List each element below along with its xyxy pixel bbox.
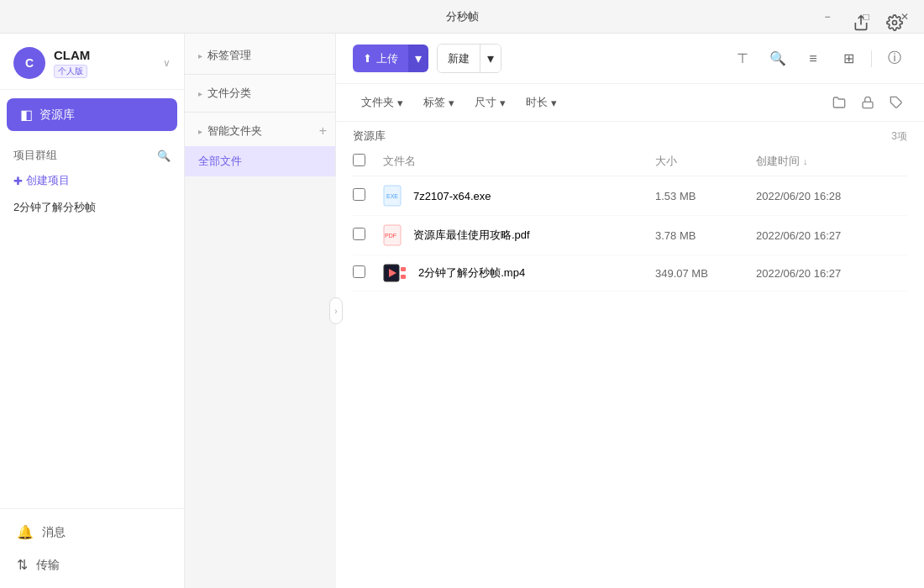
header-size: 大小	[655, 154, 756, 169]
svg-rect-10	[401, 275, 406, 279]
sidebar-bottom: 🔔 消息 ⇅ 传输	[0, 508, 184, 588]
header-date-label: 创建时间	[756, 154, 800, 169]
sidebar-spacer	[0, 222, 184, 508]
header-date: 创建时间 ↓	[756, 154, 907, 169]
filter-size-chevron: ▾	[500, 97, 506, 109]
second-sidebar-smart-folder[interactable]: ▸ 智能文件夹 +	[185, 116, 335, 146]
all-files-label: 全部文件	[198, 154, 242, 169]
breadcrumb: 资源库	[353, 129, 386, 144]
share-icon-btn[interactable]	[848, 34, 874, 35]
item-count: 3项	[891, 129, 907, 144]
project-group-label: 项目群组	[13, 148, 57, 163]
file-name-col-2: PDF 资源库最佳使用攻略.pdf	[383, 224, 655, 246]
collapse-handle[interactable]: ›	[329, 297, 343, 324]
filter-tag-label: 标签	[423, 95, 445, 110]
file-size-1: 1.53 MB	[655, 190, 756, 202]
filter-bar: 文件夹 ▾ 标签 ▾ 尺寸 ▾ 时长 ▾	[336, 84, 924, 122]
new-button[interactable]: 新建	[438, 45, 480, 72]
grid-view-btn[interactable]: ⊞	[836, 46, 861, 71]
second-sidebar-all-files[interactable]: 全部文件	[185, 146, 335, 176]
file-icon-pdf: PDF	[383, 224, 402, 246]
table-row[interactable]: 2分钟了解分秒帧.mp4 349.07 MB 2022/06/20 16:27	[353, 255, 907, 291]
move-folder-icon[interactable]	[828, 92, 850, 113]
filter-tag-chevron: ▾	[449, 97, 454, 109]
sort-btn[interactable]: ≡	[801, 46, 826, 71]
user-info: CLAM 个人版	[54, 48, 163, 78]
table-row[interactable]: EXE 7z2107-x64.exe 1.53 MB 2022/06/20 16…	[353, 176, 907, 216]
upload-button-group: ⬆ 上传 ▾	[353, 45, 428, 72]
resource-icon: ◧	[20, 107, 33, 123]
messages-label: 消息	[42, 525, 66, 540]
table-row[interactable]: PDF 资源库最佳使用攻略.pdf 3.78 MB 2022/06/20 16:…	[353, 216, 907, 255]
tri-icon: ▸	[198, 51, 202, 60]
info-btn[interactable]: ⓘ	[882, 46, 907, 71]
tag-management-label: 标签管理	[207, 48, 251, 63]
filter-size-label: 尺寸	[475, 95, 496, 110]
file-checkbox-2[interactable]	[353, 228, 365, 240]
upload-dropdown-button[interactable]: ▾	[408, 45, 428, 72]
file-icon-exe: EXE	[383, 185, 402, 207]
settings-icon-btn[interactable]	[882, 34, 907, 35]
toolbar-separator	[871, 50, 872, 67]
second-sidebar-file-category[interactable]: ▸ 文件分类	[185, 78, 335, 108]
upload-label: 上传	[376, 51, 398, 66]
user-header[interactable]: C CLAM 个人版 ∨	[0, 34, 184, 90]
create-project-button[interactable]: ✚ 创建项目	[0, 168, 184, 193]
row-check-2	[353, 228, 383, 243]
sidebar-item-resource-label: 资源库	[39, 108, 75, 123]
new-dropdown-button[interactable]: ▾	[480, 45, 501, 72]
sidebar-item-resource[interactable]: ◧ 资源库	[7, 98, 177, 131]
minimize-button[interactable]: −	[808, 0, 847, 34]
project-group-header: 项目群组 🔍	[0, 139, 184, 168]
nav-section: ◧ 资源库	[0, 90, 184, 139]
smart-folder-label: 智能文件夹	[207, 123, 262, 139]
filter-tag[interactable]: 标签 ▾	[415, 91, 463, 114]
svg-text:PDF: PDF	[385, 233, 396, 239]
user-badge: 个人版	[54, 65, 87, 78]
upload-icon: ⬆	[363, 52, 372, 65]
file-date-3: 2022/06/20 16:27	[756, 267, 907, 280]
file-date-2: 2022/06/20 16:27	[756, 229, 907, 242]
transfer-icon: ⇅	[17, 557, 28, 573]
bell-icon: 🔔	[17, 524, 34, 540]
filter-folder-label: 文件夹	[361, 95, 394, 110]
sidebar-item-transfer[interactable]: ⇅ 传输	[0, 549, 184, 581]
toolbar: ⬆ 上传 ▾ 新建 ▾ ⊤	[336, 34, 924, 84]
filter-duration-chevron: ▾	[551, 97, 557, 109]
file-category-label: 文件分类	[207, 86, 251, 101]
file-name-2: 资源库最佳使用攻略.pdf	[413, 228, 530, 243]
divider2	[185, 112, 335, 113]
create-project-label: 创建项目	[26, 173, 70, 188]
lock-icon[interactable]	[857, 92, 879, 113]
svg-text:EXE: EXE	[386, 193, 398, 199]
tri-icon: ▸	[198, 89, 202, 98]
sort-icon: ≡	[809, 51, 816, 66]
file-icon-video	[383, 264, 407, 282]
search-icon[interactable]: 🔍	[157, 150, 171, 162]
file-checkbox-1[interactable]	[353, 188, 365, 201]
plus-icon: ✚	[13, 175, 23, 187]
project-item[interactable]: 2分钟了解分秒帧	[0, 193, 184, 222]
app-container: C CLAM 个人版 ∨ ◧ 资源库 项目群组 🔍 ✚ 创建项目 2分钟了解分秒…	[0, 34, 924, 588]
row-check-3	[353, 265, 383, 281]
second-sidebar-tag-management[interactable]: ▸ 标签管理	[185, 40, 335, 71]
svg-rect-9	[401, 267, 406, 271]
user-name: CLAM	[54, 48, 163, 62]
filter-icon-btn[interactable]: ⊤	[730, 46, 755, 71]
upload-button[interactable]: ⬆ 上传	[353, 45, 408, 72]
select-all-checkbox[interactable]	[353, 154, 365, 166]
sort-asc-icon[interactable]: ↓	[803, 156, 808, 166]
file-checkbox-3[interactable]	[353, 265, 365, 278]
smart-folder-add-icon[interactable]: +	[319, 123, 327, 139]
sidebar-item-messages[interactable]: 🔔 消息	[0, 516, 184, 549]
filter-size[interactable]: 尺寸 ▾	[466, 91, 514, 114]
filter-folder[interactable]: 文件夹 ▾	[353, 91, 412, 114]
file-list-header: 文件名 大小 创建时间 ↓	[353, 147, 907, 176]
filter-duration[interactable]: 时长 ▾	[517, 91, 565, 114]
avatar: C	[13, 47, 45, 79]
sidebar: C CLAM 个人版 ∨ ◧ 资源库 项目群组 🔍 ✚ 创建项目 2分钟了解分秒…	[0, 34, 185, 588]
file-name-col-1: EXE 7z2107-x64.exe	[383, 185, 655, 207]
search-btn[interactable]: 🔍	[765, 46, 790, 71]
breadcrumb-bar: 资源库 3项	[336, 122, 924, 147]
tag-label-icon[interactable]	[885, 92, 907, 113]
